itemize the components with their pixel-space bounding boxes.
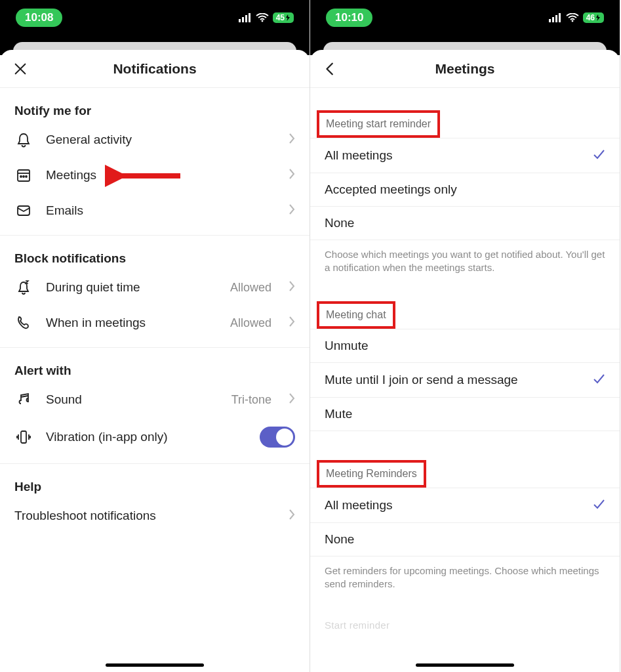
- svg-rect-14: [555, 15, 557, 22]
- svg-rect-12: [549, 19, 551, 22]
- row-label: When in meetings: [46, 316, 217, 330]
- status-indicators: 45: [239, 12, 294, 23]
- option-mute[interactable]: Mute: [310, 398, 620, 431]
- option-label: None: [325, 216, 354, 230]
- home-indicator: [416, 663, 514, 667]
- option-none-reminders[interactable]: None: [310, 523, 620, 556]
- row-label: Emails: [46, 203, 275, 218]
- section-header-block: Block notifications: [0, 236, 310, 270]
- chevron-right-icon: [289, 509, 295, 523]
- chevron-right-icon: [289, 168, 295, 182]
- cutoff-text: Start reminder: [310, 593, 620, 631]
- wifi-icon: [256, 13, 269, 22]
- option-label: Mute until I join or send a message: [325, 373, 518, 387]
- option-mute-until-join[interactable]: Mute until I join or send a message: [310, 363, 620, 398]
- svg-rect-2: [245, 15, 247, 22]
- status-indicators: 46: [549, 12, 604, 23]
- status-bar: 10:10 46: [310, 0, 620, 35]
- section-header-alert: Alert with: [0, 348, 310, 382]
- row-meetings[interactable]: Meetings: [0, 158, 310, 193]
- battery-badge: 45: [273, 12, 294, 23]
- titlebar: Notifications: [0, 50, 310, 88]
- option-all-meetings-start[interactable]: All meetings: [310, 138, 620, 173]
- row-value: Allowed: [230, 281, 271, 295]
- svg-point-4: [261, 20, 263, 22]
- option-all-meetings-reminders[interactable]: All meetings: [310, 488, 620, 523]
- signal-icon: [549, 13, 562, 22]
- scroll-area[interactable]: Meeting start reminder All meetings Acce…: [310, 88, 620, 672]
- row-troubleshoot[interactable]: Troubleshoot notifications: [0, 498, 310, 534]
- phone-icon: [16, 315, 31, 331]
- option-unmute[interactable]: Unmute: [310, 329, 620, 363]
- option-label: Accepted meetings only: [325, 182, 457, 197]
- music-icon: [16, 392, 31, 408]
- option-label: All meetings: [325, 148, 393, 163]
- vibration-toggle[interactable]: [260, 427, 295, 448]
- chevron-right-icon: [289, 392, 295, 407]
- page-title: Notifications: [0, 61, 310, 77]
- phone-left: 10:08 45 Notifications Notify me for Gen…: [0, 0, 310, 672]
- phone-right: 10:10 46 Meetings Meeting start reminder…: [310, 0, 620, 672]
- battery-badge: 46: [583, 12, 604, 23]
- signal-icon: [239, 13, 252, 22]
- row-when-in-meetings[interactable]: When in meetings Allowed: [0, 305, 310, 341]
- svg-rect-1: [242, 17, 244, 22]
- row-label: Troubleshoot notifications: [14, 509, 275, 523]
- option-label: None: [325, 532, 354, 547]
- row-label: Meetings: [46, 168, 275, 182]
- check-icon: [592, 372, 605, 388]
- group-footer-reminders: Get reminders for upcoming meetings. Cho…: [310, 556, 620, 594]
- row-general-activity[interactable]: General activity: [0, 122, 310, 158]
- row-quiet-time[interactable]: During quiet time Allowed: [0, 270, 310, 305]
- chevron-right-icon: [289, 316, 295, 330]
- chevron-right-icon: [289, 133, 295, 147]
- row-value: Allowed: [230, 316, 271, 330]
- titlebar: Meetings: [310, 50, 620, 88]
- page-title: Meetings: [310, 61, 620, 77]
- chevron-left-icon: [323, 62, 338, 76]
- group-header-start-reminder: Meeting start reminder: [321, 114, 436, 134]
- chevron-right-icon: [289, 280, 295, 295]
- check-icon: [592, 148, 605, 163]
- bell-snooze-icon: [16, 280, 31, 295]
- group-footer-start: Choose which meetings you want to get no…: [310, 240, 620, 278]
- status-time: 10:10: [326, 9, 372, 27]
- option-label: Unmute: [325, 339, 369, 353]
- svg-point-6: [20, 176, 22, 177]
- row-label: During quiet time: [46, 280, 217, 295]
- row-vibration: Vibration (in-app only): [0, 417, 310, 457]
- svg-rect-15: [559, 13, 561, 22]
- row-label: General activity: [46, 133, 275, 147]
- row-label: Sound: [46, 392, 218, 407]
- check-icon: [592, 497, 605, 513]
- section-header-help: Help: [0, 464, 310, 498]
- svg-rect-3: [249, 13, 250, 22]
- svg-point-7: [23, 176, 24, 177]
- svg-point-8: [26, 176, 27, 177]
- bell-icon: [16, 132, 31, 148]
- status-time: 10:08: [16, 9, 62, 27]
- group-header-meeting-reminders: Meeting Reminders: [321, 464, 422, 484]
- option-label: All meetings: [325, 498, 393, 513]
- option-accepted-only[interactable]: Accepted meetings only: [310, 173, 620, 207]
- home-indicator: [106, 663, 204, 667]
- mail-icon: [16, 203, 31, 219]
- section-header-notify: Notify me for: [0, 88, 310, 122]
- option-none-start[interactable]: None: [310, 207, 620, 240]
- wifi-icon: [566, 13, 579, 22]
- row-emails[interactable]: Emails: [0, 193, 310, 228]
- row-sound[interactable]: Sound Tri-tone: [0, 382, 310, 417]
- chevron-right-icon: [289, 203, 295, 218]
- calendar-icon: [16, 167, 31, 183]
- option-label: Mute: [325, 407, 352, 421]
- sheet-body: Meetings Meeting start reminder All meet…: [310, 50, 620, 672]
- vibration-icon: [16, 429, 31, 445]
- svg-point-16: [571, 20, 573, 22]
- close-icon: [13, 62, 28, 76]
- back-button[interactable]: [310, 62, 338, 76]
- status-bar: 10:08 45: [0, 0, 310, 35]
- close-button[interactable]: [0, 62, 28, 76]
- row-label: Vibration (in-app only): [46, 430, 247, 444]
- sheet-body: Notifications Notify me for General acti…: [0, 50, 310, 672]
- svg-rect-11: [21, 431, 26, 443]
